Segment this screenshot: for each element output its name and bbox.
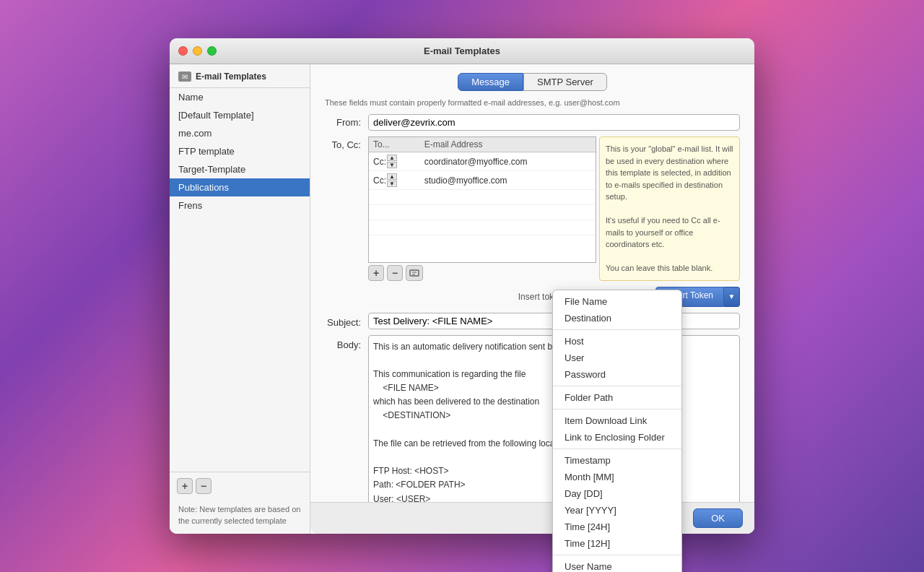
dropdown-separator-3 <box>553 409 681 410</box>
dropdown-separator-4 <box>553 448 681 449</box>
edit-row-button[interactable] <box>406 265 423 281</box>
to-cc-table-container: To... E-mail Address Cc: <box>368 136 596 263</box>
email-cell-2: studio@myoffice.com <box>420 171 596 190</box>
cc-spinner-down-2[interactable]: ▼ <box>387 181 397 187</box>
add-template-button[interactable]: + <box>177 478 193 494</box>
from-input[interactable] <box>368 114 740 131</box>
to-cc-label: To, Cc: <box>325 136 368 150</box>
token-dropdown-menu: File Name Destination Host User Password… <box>552 290 682 572</box>
dropdown-separator-5 <box>553 555 681 555</box>
dropdown-item-file-name[interactable]: File Name <box>553 293 681 310</box>
cc-spinner-up-2[interactable]: ▲ <box>387 173 397 180</box>
dropdown-item-password[interactable]: Password <box>553 366 681 383</box>
minimize-button[interactable] <box>193 46 202 56</box>
dropdown-item-destination[interactable]: Destination <box>553 310 681 326</box>
sidebar-item-mecom[interactable]: me.com <box>170 124 310 142</box>
sidebar-item-default[interactable]: [Default Template] <box>170 106 310 124</box>
cc-type-cell: Cc: ▲ ▼ <box>369 171 420 190</box>
remove-template-button[interactable]: − <box>196 478 212 494</box>
remove-row-button[interactable]: − <box>387 265 403 281</box>
sidebar-list: Name [Default Template] me.com FTP templ… <box>170 88 310 472</box>
table-row-empty <box>369 205 596 220</box>
dropdown-item-month[interactable]: Month [MM] <box>553 469 681 485</box>
sidebar-item-publications[interactable]: Publications <box>170 178 310 196</box>
sidebar-item-frens[interactable]: Frens <box>170 196 310 214</box>
email-icon: ✉ <box>178 72 191 82</box>
dropdown-item-user[interactable]: User <box>553 350 681 366</box>
to-cc-row: To, Cc: To... E-mail Address <box>325 136 740 281</box>
dropdown-item-host[interactable]: Host <box>553 333 681 350</box>
traffic-lights <box>178 46 217 56</box>
title-bar: E-mail Templates <box>170 38 754 64</box>
sidebar-item-ftp[interactable]: FTP template <box>170 142 310 160</box>
col-header-email: E-mail Address <box>420 137 596 152</box>
tab-bar: Message SMTP Server <box>310 64 754 98</box>
cc-spinner-up-1[interactable]: ▲ <box>387 155 397 161</box>
form-area: These fields must contain properly forma… <box>310 98 754 502</box>
main-window: E-mail Templates ✉ E-mail Templates Name… <box>170 38 754 534</box>
sidebar: ✉ E-mail Templates Name [Default Templat… <box>170 64 310 534</box>
from-label: From: <box>325 114 368 128</box>
svg-rect-0 <box>410 270 419 276</box>
table-controls: + − <box>368 265 596 281</box>
window-title: E-mail Templates <box>424 46 500 56</box>
dropdown-separator-1 <box>553 329 681 330</box>
tab-smtp[interactable]: SMTP Server <box>523 73 607 91</box>
body-label: Body: <box>325 335 368 350</box>
to-cc-panel: To... E-mail Address Cc: <box>368 136 740 281</box>
dropdown-item-user-name[interactable]: User Name <box>553 558 681 572</box>
dropdown-item-day[interactable]: Day [DD] <box>553 485 681 502</box>
sidebar-header: ✉ E-mail Templates <box>170 64 310 88</box>
dropdown-item-folder-path[interactable]: Folder Path <box>553 389 681 406</box>
edit-icon <box>409 269 419 277</box>
cc-spinner-down-1[interactable]: ▼ <box>387 162 397 168</box>
table-row: Cc: ▲ ▼ coordinator <box>369 152 596 171</box>
dropdown-item-item-download-link[interactable]: Item Download Link <box>553 412 681 429</box>
sidebar-item-target[interactable]: Target-Template <box>170 160 310 178</box>
sidebar-item-name[interactable]: Name <box>170 88 310 106</box>
info-box: This is your "global" e-mail list. It wi… <box>599 136 740 281</box>
from-row: From: <box>325 114 740 131</box>
token-dropdown-arrow[interactable]: ▼ <box>724 287 740 307</box>
ok-button[interactable]: OK <box>693 508 743 528</box>
cc-type-cell: Cc: ▲ ▼ <box>369 152 420 171</box>
subject-label: Subject: <box>325 314 368 328</box>
sidebar-title: E-mail Templates <box>196 72 266 82</box>
window-footer: OK <box>310 502 754 534</box>
add-row-button[interactable]: + <box>368 265 384 281</box>
dropdown-item-link-to-enclosing[interactable]: Link to Enclosing Folder <box>553 429 681 446</box>
tab-message[interactable]: Message <box>458 73 523 91</box>
dropdown-item-year[interactable]: Year [YYYY] <box>553 502 681 519</box>
maximize-button[interactable] <box>207 46 217 56</box>
email-cell-1: coordinator@myoffice.com <box>420 152 596 171</box>
dropdown-item-time12[interactable]: Time [12H] <box>553 535 681 552</box>
table-row-empty <box>369 220 596 235</box>
hint-text: These fields must contain properly forma… <box>325 98 740 107</box>
main-content: Message SMTP Server These fields must co… <box>310 64 754 534</box>
table-row: Cc: ▲ ▼ studio@myof <box>369 171 596 190</box>
col-header-type: To... <box>369 137 420 152</box>
dropdown-separator-2 <box>553 386 681 386</box>
sidebar-note: Note: New templates are based on the cur… <box>170 500 310 534</box>
close-button[interactable] <box>178 46 188 56</box>
sidebar-controls: + − <box>170 472 310 500</box>
to-cc-table: To... E-mail Address Cc: <box>369 137 596 235</box>
table-row-empty <box>369 190 596 205</box>
dropdown-item-timestamp[interactable]: Timestamp <box>553 452 681 469</box>
dropdown-item-time24[interactable]: Time [24H] <box>553 519 681 535</box>
